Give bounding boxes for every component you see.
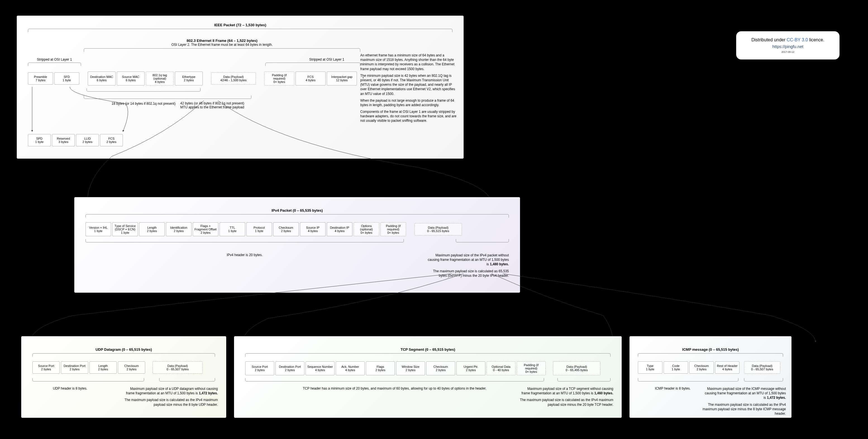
field: Length2 bytes bbox=[139, 222, 165, 236]
ipv4-max-2: The maximum payload size is calculated a… bbox=[425, 269, 509, 278]
field: Destination MAC6 bytes bbox=[88, 71, 116, 86]
ieee-para-0: An ethernet frame has a minimum size of … bbox=[360, 53, 458, 71]
licence-link[interactable]: CC-BY 3.0 bbox=[787, 37, 808, 42]
bracket-ipv4-header bbox=[86, 239, 404, 242]
field-name: FCS bbox=[297, 75, 324, 79]
field-name: Type of Service (DSCP + ECN) bbox=[114, 224, 136, 231]
field-name: Checksum bbox=[428, 365, 454, 368]
field: Padding (if required)0+ bytes bbox=[517, 362, 546, 375]
field-size: 4 bytes bbox=[147, 80, 172, 84]
field-size: 2 bytes bbox=[428, 368, 454, 372]
licence-site[interactable]: https://pingfu.net bbox=[741, 44, 835, 49]
field: Ack. Number4 bytes bbox=[336, 362, 365, 375]
bracket-ipv4 bbox=[86, 214, 509, 218]
bracket-tcp-payload bbox=[557, 378, 611, 381]
field: Type1 byte bbox=[638, 362, 662, 374]
field: Checksum2 bytes bbox=[273, 222, 299, 236]
field-size: 4 bytes bbox=[337, 368, 363, 372]
field-size: 3 bytes bbox=[53, 140, 73, 144]
field-name: Optional Data bbox=[488, 365, 514, 368]
ieee-payload: Data (Payload) 42/46 - 1,500 bytes bbox=[211, 72, 256, 85]
field: FCS2 bytes bbox=[100, 134, 123, 146]
field: Destination Port2 bytes bbox=[61, 362, 88, 374]
field: Padding (if required)0+ bytes bbox=[264, 71, 294, 86]
field-name: Length bbox=[91, 364, 115, 368]
panel-ieee: IEEE Packet (72 – 1,530 bytes) 802.3 Eth… bbox=[17, 15, 464, 159]
field: Window Size2 bytes bbox=[396, 362, 425, 375]
icmp-max-1b: 1,472 bytes. bbox=[767, 396, 786, 400]
bracket-l1-right bbox=[265, 63, 360, 66]
field: Destination IP4 bytes bbox=[327, 222, 352, 236]
field-size: 2 bytes bbox=[458, 368, 484, 372]
licence-prefix: Distributed under bbox=[751, 37, 786, 42]
field-size: 2 bytes bbox=[397, 368, 424, 372]
field-size: 1 byte bbox=[665, 368, 687, 371]
eth-frame-title: 802.3 Ethernet II Frame (64 – 1,522 byte… bbox=[84, 38, 360, 43]
bracket-udp-header bbox=[32, 378, 144, 381]
field-name: Version + IHL bbox=[87, 226, 110, 229]
bracket-18 bbox=[87, 88, 200, 92]
tcp-title: TCP Segment (0 – 65,515 bytes) bbox=[234, 347, 622, 352]
field-size: 0+ bytes bbox=[518, 370, 544, 373]
field-size: 2 bytes bbox=[277, 368, 303, 372]
field-name: Length bbox=[141, 226, 163, 229]
ipv4-payload-name: Data (Payload) bbox=[416, 226, 461, 229]
ipv4-payload: Data (Payload) 0 - 65,515 bytes bbox=[414, 223, 462, 236]
field-name: Checksum bbox=[691, 364, 712, 368]
stripped-left: Stripped at OSI Layer 1 bbox=[28, 58, 81, 61]
udp-payload-name: Data (Payload) bbox=[154, 364, 202, 368]
tcp-max-1b: 1,460 bytes. bbox=[594, 391, 613, 395]
field-size: 2 bytes bbox=[141, 229, 163, 232]
field-name: Checksum bbox=[275, 226, 298, 229]
note-42b: MTU applies to the Ethernet frame payloa… bbox=[170, 105, 254, 109]
field-size: 2 bytes bbox=[119, 368, 144, 371]
field-name: SPD bbox=[29, 137, 50, 140]
field-size: 12 bytes bbox=[328, 79, 355, 82]
field-size: 4 bytes bbox=[716, 368, 738, 371]
field-name: LLID bbox=[78, 137, 97, 140]
field-size: 4 bytes bbox=[307, 368, 333, 372]
field: Checksum2 bytes bbox=[426, 362, 455, 375]
note-42a: 42 bytes (or 46 bytes if 802.1q not pres… bbox=[170, 101, 254, 105]
field-size: 2 bytes bbox=[34, 368, 58, 371]
ieee-paras: An ethernet frame has a minimum size of … bbox=[360, 53, 458, 125]
eth-frame-subtitle: OSI Layer 2. The Ethernet frame must be … bbox=[84, 43, 360, 46]
bracket-42 bbox=[84, 95, 251, 99]
arrow-preamble-epon bbox=[28, 87, 145, 134]
field-name: Source IP bbox=[301, 226, 324, 229]
field-size: 0 - 40 bytes bbox=[488, 368, 514, 372]
field-name: Preamble bbox=[29, 75, 52, 79]
ipv4-payload-size: 0 - 65,515 bytes bbox=[416, 229, 461, 232]
field-name: Padding (if required) bbox=[266, 73, 293, 80]
icmp-payload-name: Data (Payload) bbox=[745, 364, 779, 368]
field: Code1 byte bbox=[663, 362, 688, 374]
field: Urgent Ptr.2 bytes bbox=[456, 362, 486, 375]
field: Options (optional)0+ bytes bbox=[353, 222, 379, 236]
field: 802.1q tag (optional)4 bytes bbox=[146, 71, 174, 86]
field: Source Port2 bytes bbox=[32, 362, 60, 374]
field-size: 2 bytes bbox=[176, 79, 202, 82]
field-size: 2 bytes bbox=[167, 229, 190, 232]
field: Type of Service (DSCP + ECN)1 byte bbox=[112, 222, 138, 236]
panel-icmp: ICMP message (0 – 65,515 bytes) Type1 by… bbox=[629, 336, 792, 418]
bracket-tcp-header bbox=[245, 378, 544, 381]
panel-udp: UDP Datagram (0 – 65,515 bytes) Source P… bbox=[21, 336, 226, 418]
field-name: FCS bbox=[101, 137, 122, 140]
tcp-header-note: TCP header has a minimum size of 20 byte… bbox=[245, 386, 544, 390]
field-name: Rest of Header bbox=[716, 364, 738, 368]
field-size: 1 byte bbox=[56, 79, 78, 82]
licence-suffix: licence. bbox=[808, 37, 825, 42]
field: Sequence Number4 bytes bbox=[306, 362, 335, 375]
field-name: SFD bbox=[56, 75, 78, 79]
bracket-tcp bbox=[245, 353, 611, 356]
field-name: Destination MAC bbox=[89, 75, 114, 79]
ipv4-title: IPv4 Packet (0 – 65,535 bytes) bbox=[74, 208, 520, 213]
field-size: 2 bytes bbox=[367, 368, 394, 372]
ipv4-header-note: IPv4 header is 20 bytes. bbox=[86, 253, 404, 257]
field-name: Urgent Ptr. bbox=[458, 365, 484, 368]
tcp-fields: Source Port2 bytesDestination Port2 byte… bbox=[245, 362, 546, 375]
field-name: Identification bbox=[167, 226, 190, 229]
bracket-udp bbox=[32, 353, 215, 356]
field-name: Destination IP bbox=[328, 226, 351, 229]
tcp-payload-name: Data (Payload) bbox=[554, 365, 599, 368]
